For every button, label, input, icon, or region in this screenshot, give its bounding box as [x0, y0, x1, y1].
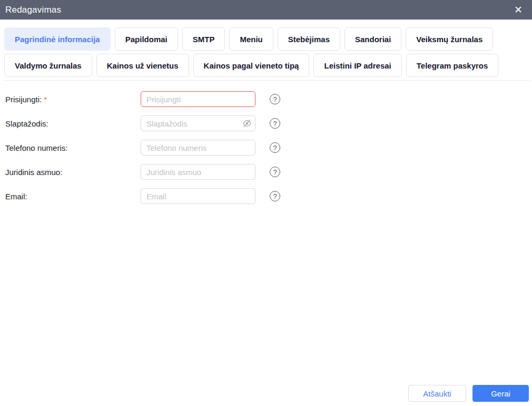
field-label-text: Telefono numeris: — [5, 143, 67, 152]
form-row-prisijungti: Prisijungti:*? — [5, 91, 532, 107]
field-label-text: Prisijungti: — [5, 95, 42, 104]
field-label-email: Email: — [5, 192, 141, 201]
field-label-text: Juridinis asmuo: — [5, 168, 62, 177]
field-label-slaptazodis: Slaptažodis: — [5, 119, 141, 128]
tab-stebėjimas[interactable]: Stebėjimas — [278, 27, 340, 51]
help-icon-slaptazodis[interactable]: ? — [270, 118, 280, 129]
required-marker: * — [44, 95, 47, 104]
footer-actions: Atšaukti Gerai — [408, 385, 529, 402]
tab-smtp[interactable]: SMTP — [182, 27, 225, 51]
tab-row-1: Pagrindinė informacijaPapildomaiSMTPMeni… — [4, 27, 528, 51]
telefono-numeris-input[interactable] — [141, 140, 255, 156]
field-label-telefono-numeris: Telefono numeris: — [5, 143, 141, 152]
password-visibility-icon[interactable] — [242, 119, 252, 128]
form-row-juridinis-asmuo: Juridinis asmuo:? — [5, 164, 532, 180]
input-wrap-email — [141, 188, 255, 204]
tab-kainos-pagal-vieneto-tip-[interactable]: Kainos pagal vieneto tipą — [193, 54, 310, 77]
close-icon[interactable]: ✕ — [512, 5, 525, 15]
tab-papildomai[interactable]: Papildomai — [115, 27, 178, 51]
cancel-button[interactable]: Atšaukti — [408, 385, 466, 402]
field-label-juridinis-asmuo: Juridinis asmuo: — [5, 168, 141, 177]
tab-bar: Pagrindinė informacijaPapildomaiSMTPMeni… — [0, 20, 532, 77]
help-icon-telefono-numeris[interactable]: ? — [270, 142, 280, 153]
tab-leistini-ip-adresai[interactable]: Leistini IP adresai — [313, 54, 401, 77]
tab-veiksmų-žurnalas[interactable]: Veiksmų žurnalas — [406, 27, 493, 51]
input-wrap-telefono-numeris — [141, 140, 255, 156]
edit-form: Prisijungti:*?Slaptažodis: ?Telefono num… — [0, 81, 532, 204]
tab-meniu[interactable]: Meniu — [229, 27, 273, 51]
field-label-text: Email: — [5, 192, 27, 201]
dialog-title: Redagavimas — [5, 5, 61, 15]
input-wrap-slaptazodis — [141, 115, 255, 131]
help-icon-juridinis-asmuo[interactable]: ? — [270, 167, 280, 177]
juridinis-asmuo-input[interactable] — [141, 164, 255, 180]
form-row-telefono-numeris: Telefono numeris:? — [5, 140, 532, 156]
tab-pagrindinė-informacija[interactable]: Pagrindinė informacija — [4, 27, 111, 51]
slaptazodis-input[interactable] — [141, 115, 255, 131]
form-row-slaptazodis: Slaptažodis: ? — [5, 115, 532, 131]
input-wrap-prisijungti — [141, 91, 255, 107]
tab-telegram-paskyros[interactable]: Telegram paskyros — [406, 54, 499, 77]
tab-kainos-už-vienetus[interactable]: Kainos už vienetus — [96, 54, 189, 77]
help-icon-prisijungti[interactable]: ? — [270, 94, 280, 104]
tab-valdymo-žurnalas[interactable]: Valdymo žurnalas — [4, 54, 92, 77]
input-wrap-juridinis-asmuo — [141, 164, 255, 180]
form-row-email: Email:? — [5, 188, 532, 204]
email-input[interactable] — [141, 188, 255, 204]
tab-sandoriai[interactable]: Sandoriai — [344, 27, 401, 51]
field-label-prisijungti: Prisijungti:* — [5, 95, 141, 104]
field-label-text: Slaptažodis: — [5, 119, 48, 128]
prisijungti-input[interactable] — [141, 91, 255, 107]
ok-button[interactable]: Gerai — [472, 385, 529, 402]
help-icon-email[interactable]: ? — [270, 191, 280, 201]
dialog-header: Redagavimas ✕ — [0, 0, 532, 20]
tab-row-2: Valdymo žurnalasKainos už vienetusKainos… — [4, 54, 528, 77]
